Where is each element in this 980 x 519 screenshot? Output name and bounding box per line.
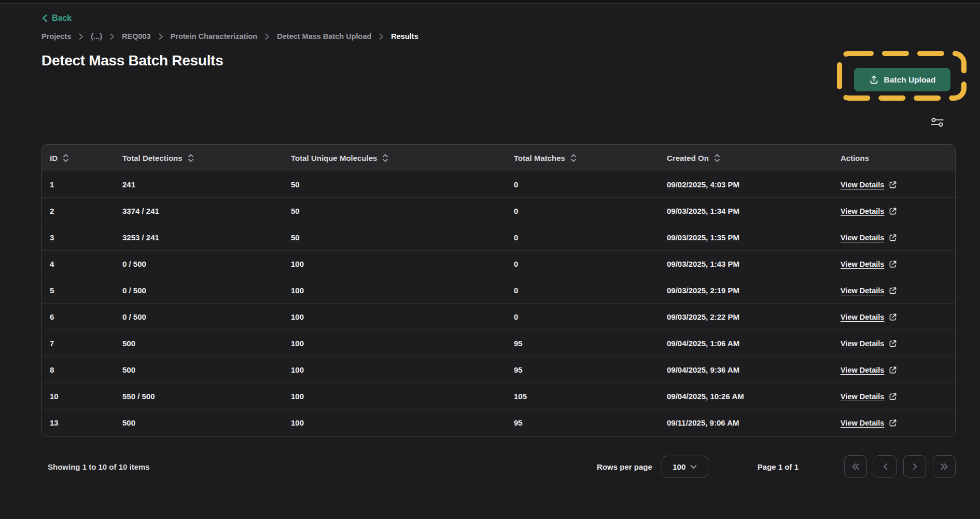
chevron-down-icon <box>690 465 697 469</box>
cell-total-detections: 550 / 500 <box>115 383 283 409</box>
cell-id: 6 <box>42 304 115 330</box>
previous-page-button[interactable] <box>874 455 897 478</box>
cell-total-unique-molecules: 100 <box>283 304 506 330</box>
cell-total-unique-molecules: 100 <box>283 383 506 409</box>
chevron-left-icon <box>883 462 888 471</box>
chevrons-up-down-icon[interactable] <box>188 154 194 162</box>
chevrons-up-down-icon[interactable] <box>570 154 577 162</box>
view-details-link[interactable]: View Details <box>841 181 897 189</box>
back-button[interactable]: Back <box>41 13 72 23</box>
external-link-icon <box>889 339 897 348</box>
view-details-link[interactable]: View Details <box>841 419 897 427</box>
page-title: Detect Mass Batch Results <box>41 52 223 69</box>
cell-id: 2 <box>42 198 115 224</box>
column-header-created-on[interactable]: Created On <box>659 145 833 171</box>
cell-total-matches: 0 <box>506 277 659 304</box>
cell-total-matches: 0 <box>506 304 659 330</box>
cell-total-matches: 0 <box>506 171 659 198</box>
first-page-button[interactable] <box>844 455 867 478</box>
cell-total-unique-molecules: 100 <box>283 251 506 277</box>
view-details-link[interactable]: View Details <box>841 234 897 242</box>
chevrons-up-down-icon[interactable] <box>382 154 388 162</box>
chevrons-up-down-icon[interactable] <box>63 154 69 162</box>
view-details-label: View Details <box>841 339 884 348</box>
column-header-actions: Actions <box>833 145 955 171</box>
chevron-left-icon <box>41 14 48 22</box>
view-details-label: View Details <box>841 286 884 295</box>
view-details-label: View Details <box>841 392 884 401</box>
chevron-right-icon <box>912 462 918 471</box>
cell-total-detections: 241 <box>115 171 283 198</box>
cell-created-on: 09/03/2025, 2:19 PM <box>659 277 833 304</box>
rows-per-page-select[interactable]: 100 <box>662 456 708 478</box>
table-row: 7 500 100 95 09/04/2025, 1:06 AM View De… <box>42 330 955 357</box>
external-link-icon <box>889 207 897 215</box>
cell-created-on: 09/03/2025, 1:35 PM <box>659 224 833 251</box>
table-header-row: ID Total Detections Total Unique Molecul… <box>42 145 955 171</box>
showing-items-text: Showing 1 to 10 of 10 items <box>48 462 150 471</box>
cell-id: 10 <box>42 383 115 409</box>
view-details-link[interactable]: View Details <box>841 207 897 215</box>
cell-total-matches: 0 <box>506 224 659 251</box>
view-details-link[interactable]: View Details <box>841 286 897 295</box>
view-details-link[interactable]: View Details <box>841 366 897 374</box>
column-header-id[interactable]: ID <box>42 145 115 171</box>
view-details-link[interactable]: View Details <box>841 260 897 268</box>
view-details-label: View Details <box>841 419 884 427</box>
external-link-icon <box>889 313 897 321</box>
view-details-link[interactable]: View Details <box>841 339 897 348</box>
cell-total-matches: 105 <box>506 383 659 409</box>
breadcrumb: Projects (...) REQ003 Protein Characteri… <box>41 32 418 40</box>
cell-created-on: 09/04/2025, 1:06 AM <box>659 330 833 357</box>
breadcrumb-item-detect-mass-batch-upload[interactable]: Detect Mass Batch Upload <box>277 32 371 40</box>
filter-columns-button[interactable] <box>928 114 946 130</box>
breadcrumb-item-req003[interactable]: REQ003 <box>122 32 151 40</box>
external-link-icon <box>889 234 897 242</box>
cell-total-matches: 95 <box>506 357 659 383</box>
chevrons-left-icon <box>851 462 860 471</box>
breadcrumb-item-protein-characterization[interactable]: Protein Characterization <box>171 32 258 40</box>
cell-total-detections: 0 / 500 <box>115 277 283 304</box>
table-row: 8 500 100 95 09/04/2025, 9:36 AM View De… <box>42 357 955 383</box>
batch-upload-button[interactable]: Batch Upload <box>854 68 950 91</box>
sliders-icon <box>930 117 944 128</box>
view-details-link[interactable]: View Details <box>841 392 897 401</box>
view-details-label: View Details <box>841 260 884 268</box>
breadcrumb-item-projects[interactable]: Projects <box>41 32 71 40</box>
last-page-button[interactable] <box>933 455 956 478</box>
cell-id: 7 <box>42 330 115 357</box>
view-details-label: View Details <box>841 181 884 189</box>
results-table: ID Total Detections Total Unique Molecul… <box>41 144 956 436</box>
external-link-icon <box>889 181 897 189</box>
view-details-link[interactable]: View Details <box>841 313 897 321</box>
cell-created-on: 09/02/2025, 4:03 PM <box>659 171 833 198</box>
column-header-total-detections[interactable]: Total Detections <box>115 145 283 171</box>
cell-total-matches: 0 <box>506 198 659 224</box>
chevron-right-icon <box>158 33 163 40</box>
next-page-button[interactable] <box>903 455 926 478</box>
cell-created-on: 09/04/2025, 9:36 AM <box>659 357 833 383</box>
column-header-total-matches[interactable]: Total Matches <box>506 145 659 171</box>
cell-id: 5 <box>42 277 115 304</box>
upload-icon <box>869 75 879 85</box>
cell-total-unique-molecules: 100 <box>283 330 506 357</box>
chevrons-up-down-icon[interactable] <box>714 154 720 162</box>
pagination-controls <box>844 455 956 478</box>
cell-total-unique-molecules: 50 <box>283 224 506 251</box>
window-top-edge <box>0 0 980 4</box>
breadcrumb-item-ellipsis[interactable]: (...) <box>91 32 102 40</box>
table-row: 13 500 100 95 09/11/2025, 9:06 AM View D… <box>42 409 955 436</box>
table-row: 4 0 / 500 100 0 09/03/2025, 1:43 PM View… <box>42 251 955 277</box>
cell-total-detections: 0 / 500 <box>115 304 283 330</box>
chevrons-right-icon <box>940 462 949 471</box>
cell-created-on: 09/03/2025, 1:34 PM <box>659 198 833 224</box>
chevron-right-icon <box>109 33 115 40</box>
cell-total-unique-molecules: 100 <box>283 409 506 436</box>
cell-created-on: 09/04/2025, 10:26 AM <box>659 383 833 409</box>
batch-upload-label: Batch Upload <box>884 75 936 85</box>
page-indicator: Page 1 of 1 <box>758 462 799 471</box>
cell-total-unique-molecules: 50 <box>283 198 506 224</box>
cell-total-matches: 0 <box>506 251 659 277</box>
cell-created-on: 09/11/2025, 9:06 AM <box>659 409 833 436</box>
column-header-total-unique-molecules[interactable]: Total Unique Molecules <box>283 145 506 171</box>
